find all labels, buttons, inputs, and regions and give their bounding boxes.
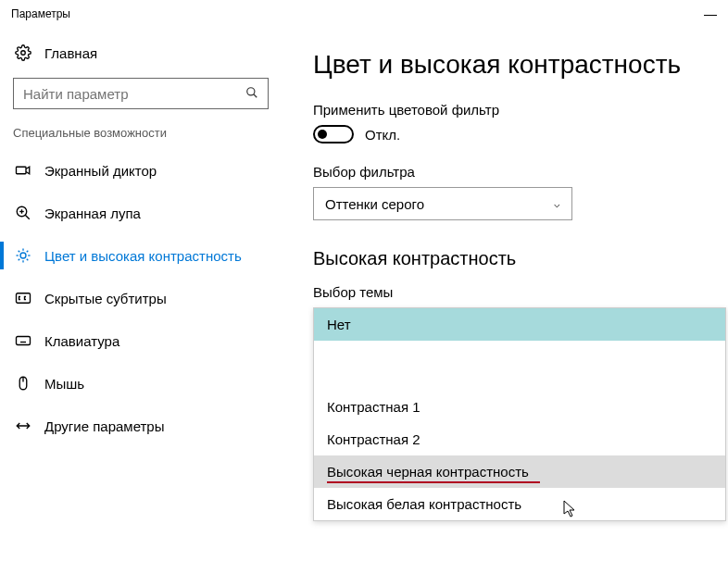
svg-line-2 [254,94,257,97]
svg-point-1 [247,87,255,94]
search-input[interactable] [13,78,269,109]
filter-select[interactable]: Оттенки серого ⌵ [313,187,572,220]
search-field[interactable] [23,86,227,102]
theme-option-label: Контрастная 1 [327,399,420,415]
home-button[interactable]: Главная [13,35,278,70]
magnifier-icon [15,205,31,221]
theme-option-contrast2[interactable]: Контрастная 2 [314,423,725,455]
svg-line-16 [27,251,29,253]
filter-select-label: Выбор фильтра [313,164,728,180]
sidebar-item-mouse[interactable]: Мышь [13,362,278,405]
svg-point-0 [21,51,26,56]
keyboard-icon [15,332,31,349]
sidebar-item-color-contrast[interactable]: Цвет и высокая контрастность [13,234,278,277]
filter-select-value: Оттенки серого [325,196,424,212]
sidebar-item-label: Цвет и высокая контрастность [44,248,242,264]
sidebar-item-label: Скрытые субтитры [44,291,167,306]
page-title: Цвет и высокая контрастность [313,50,728,80]
sidebar-item-captions[interactable]: Скрытые субтитры [13,277,278,319]
theme-dropdown[interactable]: Нет Контрастная 1 Контрастная 2 Высокая … [313,307,726,521]
search-icon [245,86,258,102]
window-title: Параметры [11,7,70,20]
filter-toggle[interactable] [313,125,354,143]
toggle-knob [318,130,327,139]
theme-option-highblack[interactable]: Высокая черная контрастность [314,455,725,488]
theme-option-highwhite[interactable]: Высокая белая контрастность [314,488,725,520]
svg-rect-18 [17,337,31,345]
svg-line-13 [19,251,20,253]
gear-icon [15,44,31,61]
sidebar-item-label: Другие параметры [44,418,165,434]
theme-select-label: Выбор темы [313,284,728,300]
sidebar-item-label: Клавиатура [44,333,119,349]
filter-apply-label: Применить цветовой фильтр [313,102,728,118]
theme-option-label: Высокая белая контрастность [327,496,521,512]
main-content: Цвет и высокая контрастность Применить ц… [278,28,728,561]
sidebar-item-label: Мышь [44,376,84,392]
sidebar-item-narrator[interactable]: Экранный диктор [13,149,278,192]
sidebar-section-title: Специальные возможности [13,126,278,140]
minimize-button[interactable]: — [704,6,717,21]
sidebar-item-other[interactable]: Другие параметры [13,405,278,447]
sidebar-item-label: Экранная лупа [44,206,141,221]
svg-rect-17 [17,293,31,304]
home-label: Главная [44,45,97,61]
narrator-icon [15,162,31,179]
brightness-icon [15,247,31,264]
titlebar: Параметры — [0,0,728,28]
sidebar: Главная Специальные возможности Экранный… [0,28,278,561]
svg-rect-3 [17,167,27,174]
window-controls: — [704,6,717,21]
theme-option-label: Контрастная 2 [327,431,420,447]
mouse-icon [15,375,31,392]
svg-point-8 [20,253,26,258]
theme-option-contrast1[interactable]: Контрастная 1 [314,391,725,423]
theme-option-label: Высокая черная контрастность [327,464,529,480]
svg-line-14 [27,259,29,261]
sidebar-item-label: Экранный диктор [44,163,157,179]
captions-icon [15,290,31,306]
chevron-down-icon: ⌵ [554,198,560,210]
svg-line-7 [25,215,30,219]
contrast-heading: Высокая контрастность [313,248,728,269]
toggle-state-label: Откл. [365,127,400,143]
arrows-icon [15,418,31,434]
theme-option-label: Нет [327,317,351,332]
dropdown-spacer [314,341,725,391]
svg-line-15 [19,259,20,261]
sidebar-item-keyboard[interactable]: Клавиатура [13,319,278,362]
theme-option-none[interactable]: Нет [314,308,725,341]
sidebar-item-magnifier[interactable]: Экранная лупа [13,192,278,234]
